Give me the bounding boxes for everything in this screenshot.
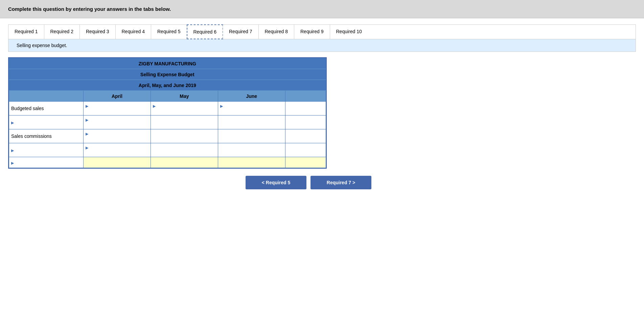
input-blank1-june[interactable]	[220, 120, 283, 125]
input-sales-comm-june[interactable]	[220, 134, 283, 139]
tab-required-4[interactable]: Required 4	[116, 25, 152, 39]
row-total-june[interactable]	[218, 157, 285, 168]
subtitle-text: Selling expense budget.	[17, 43, 67, 48]
row-sales-comm-may[interactable]	[151, 129, 218, 143]
arrow-icon: ▶	[86, 132, 88, 136]
input-sales-comm-may[interactable]	[153, 134, 216, 139]
table-row: ▶ ▶	[9, 143, 326, 157]
tab-required-3[interactable]: Required 3	[80, 25, 116, 39]
row-label-total[interactable]: ▶	[9, 157, 84, 168]
arrow-icon: ▶	[11, 121, 14, 125]
row-total-extra	[285, 157, 326, 168]
table-title-row-3: April, May, and June 2019	[9, 80, 326, 91]
table-row: Sales commissions ▶	[9, 129, 326, 143]
row-label-budgeted-sales: Budgeted sales	[9, 102, 84, 115]
row-sales-comm-june[interactable]	[218, 129, 285, 143]
table-title-row-1: ZIGBY MANUFACTURING	[9, 58, 326, 69]
tabs-bar: Required 1 Required 2 Required 3 Require…	[8, 24, 636, 39]
input-blank2-label[interactable]	[16, 148, 72, 153]
row-blank2-april[interactable]: ▶	[84, 143, 151, 157]
row-budgeted-sales-june[interactable]: ▶	[218, 102, 285, 115]
subtitle-bar: Selling expense budget.	[8, 39, 636, 52]
row-label-sales-commissions: Sales commissions	[9, 129, 84, 143]
arrow-icon: ▶	[220, 104, 223, 108]
arrow-icon: ▶	[153, 104, 156, 108]
tab-required-5[interactable]: Required 5	[151, 25, 187, 39]
tab-required-7[interactable]: Required 7	[223, 25, 259, 39]
row-blank1-may[interactable]	[151, 115, 218, 129]
row-label-blank2[interactable]: ▶	[9, 143, 84, 157]
tab-required-10[interactable]: Required 10	[330, 25, 368, 39]
header-april: April	[84, 91, 151, 102]
table-row: Budgeted sales ▶ ▶ ▶	[9, 102, 326, 115]
tab-required-9[interactable]: Required 9	[294, 25, 330, 39]
input-total-may[interactable]	[153, 160, 216, 165]
header-extra	[285, 91, 326, 102]
input-budgeted-sales-may[interactable]	[153, 109, 216, 114]
next-button[interactable]: Required 7 >	[310, 176, 371, 189]
table-header-row: April May June	[9, 91, 326, 102]
header-may: May	[151, 91, 218, 102]
row-total-may[interactable]	[151, 157, 218, 168]
header-june: June	[218, 91, 285, 102]
row-blank2-extra	[285, 143, 326, 157]
row-sales-comm-extra	[285, 129, 326, 143]
budget-table: ZIGBY MANUFACTURING Selling Expense Budg…	[9, 58, 326, 168]
row-budgeted-sales-extra	[285, 102, 326, 115]
tab-required-6[interactable]: Required 6	[187, 24, 224, 39]
row-blank1-extra	[285, 115, 326, 129]
tab-required-8[interactable]: Required 8	[259, 25, 295, 39]
input-blank2-june[interactable]	[220, 148, 283, 153]
header-label-empty	[9, 91, 84, 102]
row-blank2-may[interactable]	[151, 143, 218, 157]
budget-table-wrapper: ZIGBY MANUFACTURING Selling Expense Budg…	[8, 57, 327, 169]
instruction-header: Complete this question by entering your …	[0, 0, 644, 18]
row-sales-comm-april[interactable]: ▶	[84, 129, 151, 143]
input-blank1-may[interactable]	[153, 120, 216, 125]
input-blank1-label[interactable]	[16, 120, 72, 125]
arrow-icon: ▶	[11, 161, 14, 165]
tab-required-1[interactable]: Required 1	[8, 25, 44, 39]
prev-button[interactable]: < Required 5	[246, 176, 306, 189]
row-blank1-june[interactable]	[218, 115, 285, 129]
input-sales-comm-april[interactable]	[86, 136, 148, 142]
content-area: ZIGBY MANUFACTURING Selling Expense Budg…	[8, 57, 636, 189]
input-budgeted-sales-april[interactable]	[86, 109, 148, 114]
arrow-icon: ▶	[86, 118, 88, 122]
row-budgeted-sales-may[interactable]: ▶	[151, 102, 218, 115]
table-title-row-2: Selling Expense Budget	[9, 69, 326, 80]
table-title-1: ZIGBY MANUFACTURING	[9, 58, 326, 69]
arrow-icon: ▶	[86, 146, 88, 150]
input-budgeted-sales-june[interactable]	[220, 109, 283, 114]
row-label-blank1[interactable]: ▶	[9, 115, 84, 129]
arrow-icon: ▶	[11, 148, 14, 152]
tab-required-2[interactable]: Required 2	[44, 25, 80, 39]
input-total-april[interactable]	[86, 160, 148, 165]
row-blank2-june[interactable]	[218, 143, 285, 157]
table-row: ▶ ▶	[9, 115, 326, 129]
input-blank2-may[interactable]	[153, 148, 216, 153]
input-total-label[interactable]	[16, 160, 72, 165]
arrow-icon: ▶	[86, 104, 88, 108]
instruction-text: Complete this question by entering your …	[8, 6, 171, 12]
table-title-2: Selling Expense Budget	[9, 69, 326, 80]
row-blank1-april[interactable]: ▶	[84, 115, 151, 129]
input-total-june[interactable]	[220, 160, 283, 165]
table-row-yellow: ▶	[9, 157, 326, 168]
input-blank1-april[interactable]	[86, 123, 148, 128]
row-total-april[interactable]	[84, 157, 151, 168]
row-budgeted-sales-april[interactable]: ▶	[84, 102, 151, 115]
table-title-3: April, May, and June 2019	[9, 80, 326, 91]
nav-buttons: < Required 5 Required 7 >	[0, 176, 636, 189]
input-blank2-april[interactable]	[86, 150, 148, 155]
